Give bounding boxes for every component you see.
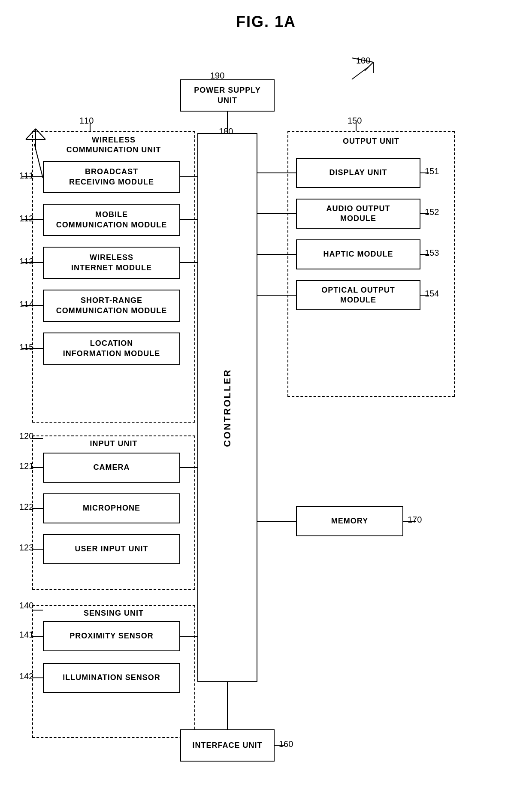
ref-114: 114 [19,299,33,309]
haptic-module-box: HAPTIC MODULE [296,239,420,269]
ref-154: 154 [425,289,439,299]
svg-line-10 [352,67,369,79]
display-unit-box: DISPLAY UNIT [296,158,420,188]
location-info-box: LOCATION INFORMATION MODULE [43,333,180,365]
interface-unit-box: INTERFACE UNIT [180,729,275,762]
microphone-box: MICROPHONE [43,493,180,523]
ref-150: 150 [348,116,362,126]
ref-160: 160 [279,739,293,749]
input-unit-label: INPUT UNIT [39,439,189,449]
optical-output-label: OPTICAL OUTPUT MODULE [321,285,395,305]
svg-line-1 [26,129,36,139]
ref-110: 110 [79,116,94,126]
interface-unit-label: INTERFACE UNIT [192,741,262,750]
wireless-internet-box: WIRELESS INTERNET MODULE [43,247,180,279]
proximity-sensor-box: PROXIMITY SENSOR [43,621,180,651]
ref-190: 190 [210,71,224,81]
ref-123: 123 [19,543,33,553]
controller-box: CONTROLLER [197,133,257,682]
illumination-sensor-label: ILLUMINATION SENSOR [63,673,160,683]
proximity-sensor-label: PROXIMITY SENSOR [70,631,154,641]
ref-152: 152 [425,207,439,217]
broadcast-label: BROADCAST RECEIVING MODULE [69,167,154,187]
ref-153: 153 [425,248,439,258]
display-unit-label: DISPLAY UNIT [329,168,387,178]
mobile-comm-label: MOBILE COMMUNICATION MODULE [56,210,167,230]
diagram-container: FIG. 1A 100 POWER SUPPLY UNIT 190 CONTRO… [0,0,532,786]
ref-170: 170 [408,515,422,525]
memory-box: MEMORY [296,506,403,536]
svg-line-2 [36,129,45,139]
user-input-box: USER INPUT UNIT [43,534,180,564]
microphone-label: MICROPHONE [83,503,140,513]
power-supply-box: POWER SUPPLY UNIT [180,79,275,112]
controller-label: CONTROLLER [221,369,234,447]
location-info-label: LOCATION INFORMATION MODULE [63,339,160,359]
output-unit-label: OUTPUT UNIT [296,136,446,146]
short-range-box: SHORT-RANGE COMMUNICATION MODULE [43,290,180,322]
haptic-module-label: HAPTIC MODULE [323,249,393,259]
camera-box: CAMERA [43,453,180,483]
ref-120: 120 [19,431,33,441]
optical-output-box: OPTICAL OUTPUT MODULE [296,280,420,310]
wireless-internet-label: WIRELESS INTERNET MODULE [71,253,152,273]
illumination-sensor-box: ILLUMINATION SENSOR [43,663,180,693]
memory-label: MEMORY [331,516,368,526]
ref-100: 100 [356,56,370,66]
ref-115: 115 [19,342,33,352]
ref-180: 180 [219,127,233,136]
mobile-comm-box: MOBILE COMMUNICATION MODULE [43,204,180,236]
ref-122: 122 [19,502,33,512]
fig-title: FIG. 1A [236,13,296,31]
user-input-label: USER INPUT UNIT [75,544,148,554]
ref-111: 111 [19,171,33,181]
antenna-icon [24,120,47,152]
short-range-label: SHORT-RANGE COMMUNICATION MODULE [56,296,167,316]
ref-141: 141 [19,630,33,640]
ref-140: 140 [19,601,33,611]
wireless-comm-unit-label: WIRELESS COMMUNICATION UNIT [39,135,189,155]
ref-112: 112 [19,214,33,224]
audio-output-box: AUDIO OUTPUT MODULE [296,199,420,229]
ref-142: 142 [19,671,33,681]
sensing-unit-label: SENSING UNIT [39,608,189,618]
ref-113: 113 [19,257,33,266]
broadcast-receiving-box: BROADCAST RECEIVING MODULE [43,161,180,193]
camera-label: CAMERA [94,463,130,472]
audio-output-label: AUDIO OUTPUT MODULE [326,204,390,224]
ref-121: 121 [19,461,33,471]
ref-151: 151 [425,166,439,176]
power-supply-label: POWER SUPPLY UNIT [194,85,260,106]
